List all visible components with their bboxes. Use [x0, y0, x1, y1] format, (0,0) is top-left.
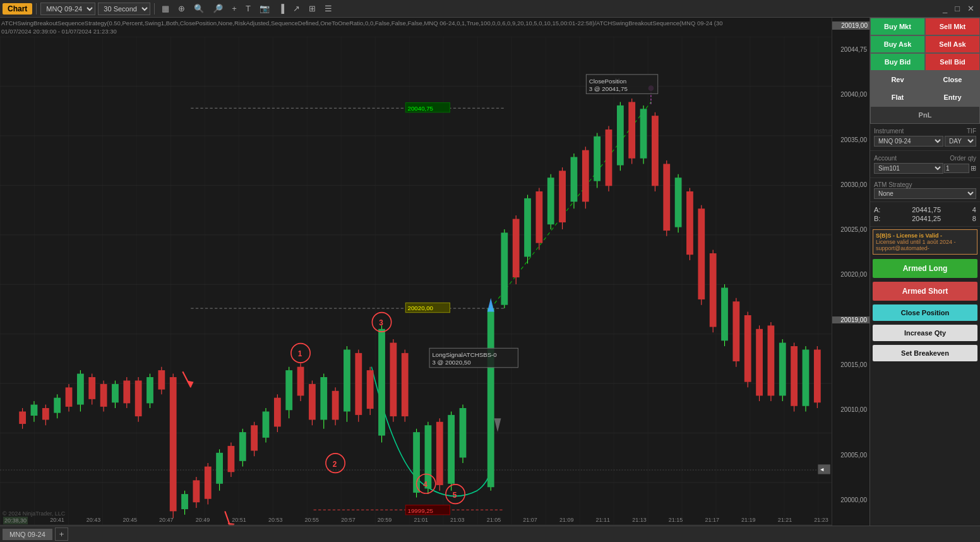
svg-rect-101 [524, 198, 531, 257]
price-20005: 20005,00 [832, 452, 869, 459]
armed-short-button[interactable]: Armed Short [873, 282, 977, 301]
zoom-out-icon[interactable]: 🔎 [210, 3, 226, 15]
separator [36, 3, 37, 15]
plus-icon[interactable]: + [229, 3, 240, 15]
chart-area[interactable]: ATCHSwingBreakoutSequenceStrategy(0.50,P… [0, 18, 832, 526]
strategy-date-range: 01/07/2024 20:39:00 - 01/07/2024 21:23:3… [1, 27, 819, 35]
pnl-button[interactable]: PnL [870, 106, 980, 124]
svg-rect-137 [732, 301, 739, 361]
svg-rect-105 [547, 178, 554, 224]
svg-rect-83 [402, 353, 409, 416]
buy-sell-bid-row: Buy Bid Sell Bid [870, 53, 980, 71]
crosshair-icon[interactable]: ⊕ [175, 3, 188, 15]
svg-rect-69 [320, 377, 327, 420]
rev-close-row: Rev Close [870, 71, 980, 88]
time-label-12: 21:03 [450, 517, 465, 524]
svg-rect-41 [158, 370, 165, 389]
instrument-section: Instrument TIF MNQ 09-24 DAY [870, 124, 980, 151]
chart-tab[interactable]: Chart [3, 3, 32, 15]
price-label-19999: 19999,25 [408, 507, 434, 514]
bar-type-icon[interactable]: ▐ [275, 3, 287, 15]
buy-ask-button[interactable]: Buy Ask [870, 35, 925, 53]
flat-button[interactable]: Flat [870, 88, 925, 106]
a-value: 20441,75 [912, 206, 941, 214]
svg-rect-131 [698, 208, 705, 299]
a-qty: 4 [972, 206, 976, 214]
armed-long-button[interactable]: Armed Long [873, 259, 977, 278]
account-select[interactable]: Sim101 [874, 163, 943, 174]
current-price-highlight: 20019,00 [832, 21, 869, 30]
sell-ask-button[interactable]: Sell Ask [925, 35, 980, 53]
svg-rect-133 [710, 253, 717, 327]
svg-rect-113 [594, 136, 601, 181]
time-label-3: 20:45 [122, 517, 137, 524]
time-label-18: 21:15 [669, 517, 683, 524]
grid-icon[interactable]: ⊞ [306, 3, 319, 15]
time-label-2: 20:43 [87, 517, 101, 524]
bar-chart-icon[interactable]: ▦ [158, 3, 172, 15]
atm-strategy-section: ATM Strategy None [870, 178, 980, 202]
price-20020: 20020,00 [832, 271, 869, 278]
order-qty-input[interactable] [944, 164, 969, 173]
chart-tab-bottom[interactable]: MNQ 09-24 [3, 529, 52, 540]
time-label-8: 20:55 [305, 517, 320, 524]
svg-rect-123 [652, 116, 659, 186]
price-20030: 20030,00 [832, 181, 869, 188]
qty-grid-icon[interactable]: ⊞ [971, 164, 976, 172]
svg-text:4: 4 [423, 480, 427, 489]
sell-bid-button[interactable]: Sell Bid [925, 53, 980, 71]
price-20019: 20019,00 [832, 316, 869, 323]
svg-rect-121 [640, 109, 647, 158]
svg-rect-57 [251, 425, 258, 450]
price-label-20040: 20040,75 [408, 104, 434, 111]
svg-rect-77 [367, 370, 374, 409]
atm-strategy-select[interactable]: None [874, 188, 976, 199]
increase-qty-button[interactable]: Increase Qty [873, 325, 977, 341]
tif-select[interactable]: DAY [945, 136, 976, 147]
a-label: A: [874, 206, 880, 214]
current-price-marker: ◄ [820, 466, 825, 473]
window-minimize[interactable]: _ [940, 3, 950, 15]
license-title: S(B)S - License is Valid - [876, 232, 974, 239]
text-icon[interactable]: T [242, 3, 254, 15]
svg-rect-53 [228, 446, 235, 472]
time-label-11: 21:01 [414, 517, 428, 524]
svg-rect-109 [571, 157, 578, 202]
instrument-select[interactable]: MNQ 09-24 [40, 3, 95, 15]
rev-button[interactable]: Rev [870, 71, 925, 88]
line-tool-icon[interactable]: ↗ [290, 3, 303, 15]
time-label-7: 20:53 [268, 517, 283, 524]
price-20000: 20000,00 [832, 497, 869, 503]
svg-rect-141 [756, 329, 763, 396]
window-close[interactable]: ✕ [964, 3, 977, 15]
camera-icon[interactable]: 📷 [256, 3, 273, 15]
long-signal-detail: 3 @ 20020,50 [432, 359, 471, 366]
svg-rect-135 [721, 287, 728, 340]
long-signal-label: LongSignalATCHSBS-0 [432, 351, 497, 358]
settings-icon[interactable]: ☰ [321, 3, 335, 15]
svg-rect-23 [54, 398, 61, 413]
add-tab-button[interactable]: + [55, 527, 69, 541]
tif-label: TIF [967, 128, 976, 135]
close-position-button[interactable]: Close Position [873, 304, 977, 321]
close-button[interactable]: Close [925, 71, 980, 88]
svg-rect-127 [675, 178, 682, 227]
price-label-20020: 20020,00 [408, 304, 434, 311]
svg-rect-79 [378, 329, 385, 436]
entry-button[interactable]: Entry [925, 88, 980, 106]
zoom-in-icon[interactable]: 🔍 [191, 3, 207, 15]
svg-rect-37 [135, 380, 142, 416]
b-value: 20441,25 [912, 215, 941, 222]
instrument-select-panel[interactable]: MNQ 09-24 [874, 136, 943, 147]
timeframe-select[interactable]: 30 Second [98, 3, 150, 15]
set-breakeven-button[interactable]: Set Breakeven [873, 345, 977, 361]
time-label-0: 20:38,30 [3, 517, 28, 524]
svg-rect-93 [460, 408, 467, 457]
chart-svg[interactable]: 20040,75 20020,00 19999,25 ClosePosition… [0, 37, 832, 526]
window-maximize[interactable]: □ [952, 3, 963, 15]
svg-rect-45 [181, 494, 188, 509]
buy-bid-button[interactable]: Buy Bid [870, 53, 925, 71]
buy-mkt-button[interactable]: Buy Mkt [870, 18, 925, 35]
sell-mkt-button[interactable]: Sell Mkt [925, 18, 980, 35]
bottom-bar: MNQ 09-24 + [0, 526, 980, 542]
